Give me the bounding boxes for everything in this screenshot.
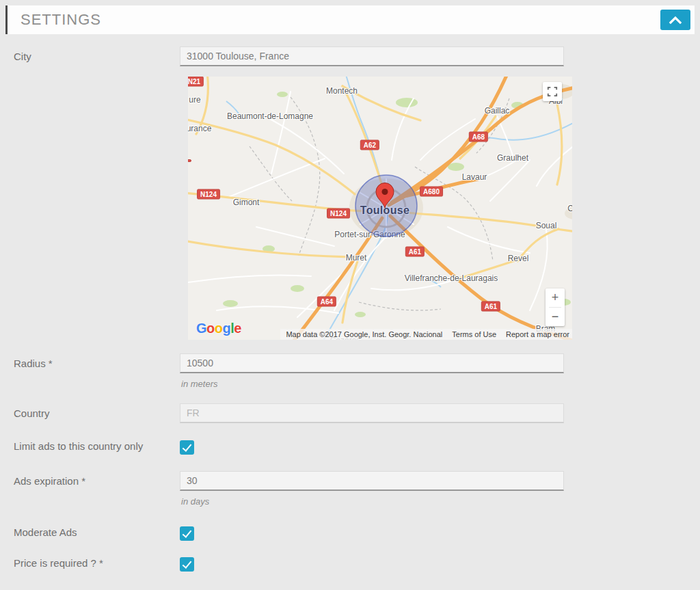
price-required-label: Price is required ? * [5,555,180,569]
ads-expiration-label: Ads expiration * [5,471,180,487]
moderate-ads-label: Moderate Ads [5,524,180,538]
radius-help-text: in meters [180,373,564,389]
zoom-out-button[interactable]: − [546,308,565,326]
page-title: SETTINGS [21,11,101,29]
fullscreen-button[interactable] [543,82,562,101]
terms-of-use-link[interactable]: Terms of Use [452,330,496,338]
country-row: Country [5,403,695,423]
radius-input[interactable] [180,353,564,373]
collapse-button[interactable] [660,10,690,30]
map-data-text: Map data ©2017 Google, Inst. Geogr. Naci… [286,330,442,338]
ads-expiration-row: Ads expiration * in days [5,471,695,507]
country-label: Country [5,403,180,419]
ads-expiration-help-text: in days [180,491,564,507]
city-label: City [5,46,180,62]
price-required-row: Price is required ? * [5,555,695,574]
moderate-ads-checkbox[interactable] [180,526,194,541]
radius-label: Radius * [5,353,180,369]
header-bar: SETTINGS [5,5,695,34]
chevron-up-icon [668,14,683,26]
google-logo[interactable]: Google [196,321,241,336]
city-input[interactable] [180,46,564,66]
country-input[interactable] [180,403,564,423]
report-map-error-link[interactable]: Report a map error [506,330,569,338]
ads-expiration-input[interactable] [180,471,564,491]
fullscreen-icon [547,86,558,97]
google-map[interactable]: MontechBeaumont-de-LomagneGaillacAlbiGra… [188,77,572,340]
limit-ads-row: Limit ads to this country only [5,438,695,457]
limit-ads-checkbox[interactable] [180,440,194,455]
radius-row: Radius * in meters [5,353,695,389]
limit-ads-label: Limit ads to this country only [5,438,180,452]
map-overlay-layer [188,77,572,340]
moderate-ads-row: Moderate Ads [5,524,695,544]
price-required-checkbox[interactable] [180,557,194,572]
settings-page: SETTINGS City [0,0,700,590]
city-row: City [5,46,695,66]
map-zoom-control: + − [546,289,565,326]
zoom-in-button[interactable]: + [546,289,565,307]
map-attribution: Map data ©2017 Google, Inst. Geogr. Naci… [280,329,572,340]
